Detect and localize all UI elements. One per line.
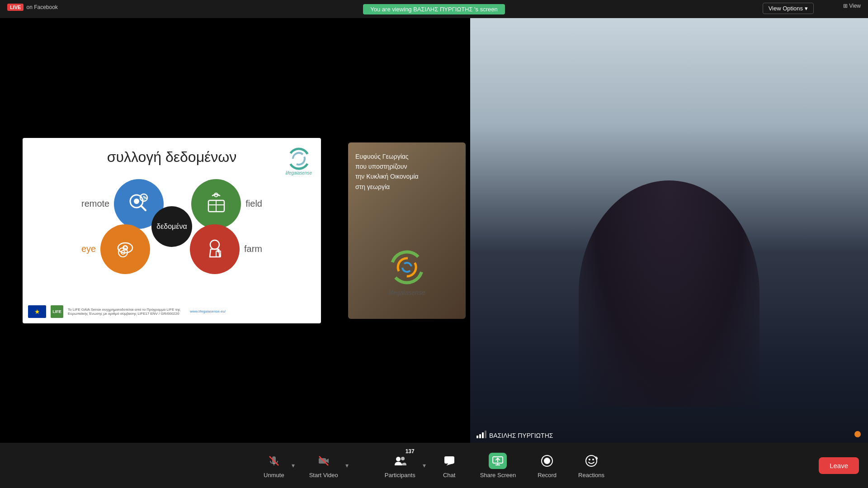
live-platform: on Facebook <box>26 4 57 10</box>
unmute-label: Unmute <box>264 472 284 479</box>
footer-text: To LIFE GAIA Sense συγχρηματοδοτείται απ… <box>68 308 185 316</box>
overlay-line2: που υποστηρίζουν <box>355 161 419 171</box>
svg-point-39 <box>596 458 598 460</box>
signal-bar-2 <box>479 434 481 438</box>
video-camera-off-icon <box>317 455 330 467</box>
view-options-label: View Options <box>769 5 803 12</box>
remote-label: remote <box>81 199 109 209</box>
participants-caret[interactable]: ▾ <box>423 462 426 469</box>
svg-point-3 <box>134 199 139 204</box>
viewing-banner: You are viewing ΒΑΣΙΛΗΣ ΠΥΡΓΙΩΤΗΣ 's scr… <box>363 4 505 14</box>
view-icon-area: ⊞ View <box>843 3 861 9</box>
farm-group: farm <box>190 224 262 274</box>
field-icon <box>204 191 229 216</box>
reactions-label: Reactions <box>578 472 604 479</box>
farm-label: farm <box>244 244 262 254</box>
signal-bars <box>476 431 486 438</box>
overlay-line1: Ευφυούς Γεωργίας <box>355 152 419 161</box>
chat-bubble-icon <box>443 455 456 467</box>
secondary-video-content: Ευφυούς Γεωργίας που υποστηρίζουν την Κυ… <box>348 142 466 319</box>
svg-rect-29 <box>444 456 454 464</box>
field-label: field <box>245 199 262 209</box>
footer-url: www.lifegaiasense.eu/ <box>190 309 226 313</box>
start-video-label: Start Video <box>309 472 338 479</box>
lifegaia-video-name: lifegaiasense <box>388 289 425 296</box>
farm-circle <box>190 224 240 274</box>
overlay-line3: την Κυκλική Οικονομία <box>355 171 419 181</box>
svg-point-19 <box>389 249 425 285</box>
circles-container: remote 📡 field <box>72 175 271 279</box>
live-badge: LIVE on Facebook <box>7 4 58 11</box>
svg-point-27 <box>396 457 401 461</box>
unmute-button[interactable]: Unmute <box>255 449 293 482</box>
signal-bar-4 <box>485 431 486 438</box>
main-content: συλλογή δεδομένων lifegaiasense remote <box>0 18 868 443</box>
svg-point-16 <box>210 240 219 249</box>
record-button[interactable]: Record <box>528 449 566 482</box>
svg-point-37 <box>589 459 590 460</box>
record-circle-icon <box>541 455 553 467</box>
slide-content: συλλογή δεδομένων lifegaiasense remote <box>23 138 321 323</box>
share-screen-button[interactable]: Share Screen <box>471 449 525 482</box>
eye-group: eye <box>81 224 150 274</box>
logo-text: lifegaiasense <box>286 171 312 175</box>
center-circle: δεδομένα <box>151 206 192 247</box>
svg-point-38 <box>592 459 594 460</box>
main-presenter-video: ΒΑΣΙΛΗΣ ΠΥΡΓΙΩΤΗΣ <box>470 18 868 443</box>
view-icon: ⊞ <box>843 3 848 9</box>
share-screen-label: Share Screen <box>480 472 516 479</box>
eu-flag: ★ <box>28 305 46 318</box>
mic-active-indicator <box>854 431 861 437</box>
unmute-icon <box>266 453 282 469</box>
view-label: View <box>849 3 861 9</box>
lifegaia-logo-icon <box>287 147 311 171</box>
record-icon <box>539 453 555 469</box>
presenter-background: ΒΑΣΙΛΗΣ ΠΥΡΓΙΩΤΗΣ <box>470 18 868 443</box>
microphone-muted-icon <box>268 455 280 467</box>
presenter-silhouette <box>579 180 760 407</box>
reactions-button[interactable]: Reactions <box>569 449 613 482</box>
chat-icon <box>441 453 458 469</box>
chevron-down-icon: ▾ <box>805 5 808 12</box>
leave-button[interactable]: Leave <box>819 457 859 474</box>
video-caret[interactable]: ▾ <box>345 462 349 469</box>
slide-footer: ★ LIFE To LIFE GAIA Sense συγχρηματοδοτε… <box>28 305 226 318</box>
reactions-icon <box>583 453 599 469</box>
lifegaia-video-logo-icon <box>389 249 425 285</box>
participants-icon: 137 <box>392 453 408 469</box>
emoji-reactions-icon <box>585 455 598 467</box>
field-group: field <box>191 179 262 229</box>
record-label: Record <box>538 472 557 479</box>
field-circle <box>191 179 241 229</box>
toolbar: Unmute ▾ Start Video ▾ 137 Participants <box>0 443 868 488</box>
svg-point-18 <box>217 250 220 252</box>
unmute-caret[interactable]: ▾ <box>292 462 295 469</box>
live-indicator: LIVE <box>7 4 24 11</box>
chat-button[interactable]: Chat <box>431 449 467 482</box>
svg-point-20 <box>395 255 420 280</box>
participants-group-icon <box>394 455 406 467</box>
svg-line-4 <box>141 206 146 210</box>
center-group: δεδομένα <box>151 206 192 247</box>
slide-title: συλλογή δεδομένων <box>33 149 310 166</box>
video-overlay-text: Ευφυούς Γεωργίας που υποστηρίζουν την Κυ… <box>355 152 419 192</box>
camera-off-icon <box>316 453 332 469</box>
start-video-button[interactable]: Start Video <box>300 449 347 482</box>
remote-icon: 📡 <box>127 191 151 216</box>
presenter-name-tag: ΒΑΣΙΛΗΣ ΠΥΡΓΙΩΤΗΣ <box>489 432 553 439</box>
share-screen-icon <box>489 453 507 469</box>
slide-panel: συλλογή δεδομένων lifegaiasense remote <box>0 18 344 443</box>
lifegaia-video-logo: lifegaiasense <box>388 249 425 296</box>
farm-icon <box>203 237 227 261</box>
svg-point-21 <box>401 261 413 273</box>
participants-button[interactable]: 137 Participants <box>376 449 425 482</box>
view-options-button[interactable]: View Options ▾ <box>763 3 814 14</box>
video-panel: Ευφυούς Γεωργίας που υποστηρίζουν την Κυ… <box>344 18 868 443</box>
life-logo: LIFE <box>51 305 63 318</box>
secondary-video: Ευφυούς Γεωργίας που υποστηρίζουν την Κυ… <box>348 142 466 319</box>
screen-share-icon <box>492 456 504 466</box>
svg-point-28 <box>401 457 405 460</box>
overlay-line4: στη γεωργία <box>355 182 419 192</box>
signal-bar-1 <box>476 436 478 438</box>
svg-point-1 <box>291 151 306 166</box>
